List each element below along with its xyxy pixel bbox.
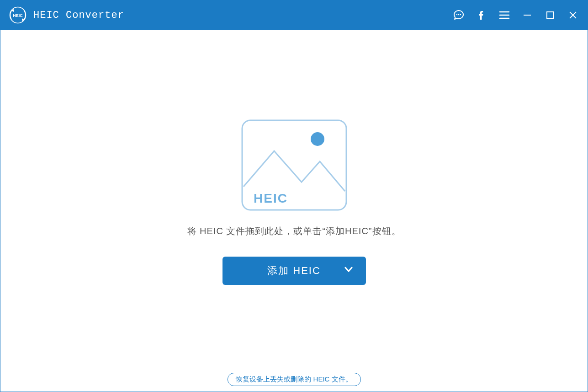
- svg-point-15: [311, 132, 324, 146]
- titlebar-left: HEIC HEIC Converter: [9, 6, 124, 24]
- svg-point-6: [460, 14, 461, 16]
- drop-area[interactable]: HEIC 将 HEIC 文件拖到此处，或单击“添加HEIC”按钮。 添加 HEI…: [187, 118, 401, 285]
- app-window: HEIC HEIC Converter: [0, 0, 588, 392]
- svg-point-4: [456, 14, 458, 16]
- heic-image-icon: HEIC: [240, 118, 349, 212]
- maximize-icon[interactable]: [544, 9, 556, 21]
- recover-files-link[interactable]: 恢复设备上丢失或删除的 HEIC 文件。: [227, 373, 360, 386]
- titlebar-right: [452, 9, 579, 21]
- minimize-icon[interactable]: [521, 9, 534, 21]
- add-button-label: 添加 HEIC: [267, 264, 321, 278]
- add-heic-button[interactable]: 添加 HEIC: [222, 257, 366, 285]
- app-logo-icon: HEIC: [9, 6, 27, 24]
- chevron-down-icon[interactable]: [343, 264, 354, 278]
- chat-icon[interactable]: [452, 9, 465, 21]
- svg-text:HEIC: HEIC: [254, 191, 288, 205]
- svg-rect-11: [547, 12, 553, 18]
- instruction-text: 将 HEIC 文件拖到此处，或单击“添加HEIC”按钮。: [187, 225, 401, 237]
- app-title: HEIC Converter: [33, 10, 124, 21]
- facebook-icon[interactable]: [475, 9, 488, 21]
- menu-icon[interactable]: [498, 9, 511, 21]
- main-content: HEIC 将 HEIC 文件拖到此处，或单击“添加HEIC”按钮。 添加 HEI…: [0, 30, 588, 392]
- close-icon[interactable]: [567, 9, 579, 21]
- titlebar: HEIC HEIC Converter: [0, 0, 588, 30]
- svg-point-5: [458, 14, 460, 16]
- svg-text:HEIC: HEIC: [13, 13, 23, 18]
